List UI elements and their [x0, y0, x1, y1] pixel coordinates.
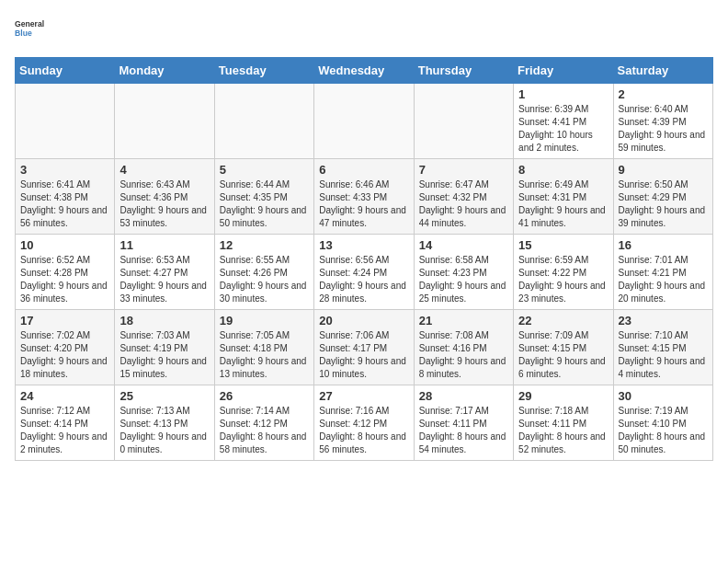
calendar-day-cell: 14Sunrise: 6:58 AM Sunset: 4:23 PM Dayli… [414, 235, 513, 310]
weekday-header: Monday [115, 58, 214, 84]
calendar-day-cell: 21Sunrise: 7:08 AM Sunset: 4:16 PM Dayli… [414, 310, 513, 385]
calendar-week-row: 1Sunrise: 6:39 AM Sunset: 4:41 PM Daylig… [16, 84, 713, 159]
day-info: Sunrise: 6:44 AM Sunset: 4:35 PM Dayligh… [220, 178, 309, 230]
day-number: 17 [20, 314, 109, 327]
day-number: 4 [119, 163, 209, 177]
day-info: Sunrise: 6:49 AM Sunset: 4:31 PM Dayligh… [518, 178, 608, 230]
calendar-day-cell: 25Sunrise: 7:13 AM Sunset: 4:13 PM Dayli… [115, 385, 214, 461]
day-number: 28 [419, 389, 508, 403]
weekday-header: Tuesday [214, 58, 313, 84]
calendar-day-cell: 27Sunrise: 7:16 AM Sunset: 4:12 PM Dayli… [314, 385, 414, 461]
day-info: Sunrise: 7:10 AM Sunset: 4:15 PM Dayligh… [619, 329, 708, 381]
day-info: Sunrise: 7:03 AM Sunset: 4:19 PM Dayligh… [119, 329, 209, 381]
day-info: Sunrise: 7:14 AM Sunset: 4:12 PM Dayligh… [220, 405, 309, 456]
calendar-day-cell: 28Sunrise: 7:17 AM Sunset: 4:11 PM Dayli… [414, 385, 513, 461]
day-info: Sunrise: 6:50 AM Sunset: 4:29 PM Dayligh… [619, 178, 708, 230]
calendar-day-cell: 19Sunrise: 7:05 AM Sunset: 4:18 PM Dayli… [214, 310, 313, 385]
calendar-day-cell: 17Sunrise: 7:02 AM Sunset: 4:20 PM Dayli… [16, 310, 115, 385]
day-number: 23 [619, 314, 708, 327]
calendar-day-cell: 29Sunrise: 7:18 AM Sunset: 4:11 PM Dayli… [514, 385, 613, 461]
day-number: 24 [20, 389, 109, 403]
calendar-week-row: 10Sunrise: 6:52 AM Sunset: 4:28 PM Dayli… [16, 235, 713, 310]
day-number: 5 [220, 163, 309, 177]
calendar-day-cell: 7Sunrise: 6:47 AM Sunset: 4:32 PM Daylig… [414, 159, 513, 235]
day-info: Sunrise: 7:12 AM Sunset: 4:14 PM Dayligh… [20, 405, 109, 456]
day-info: Sunrise: 6:58 AM Sunset: 4:23 PM Dayligh… [419, 254, 508, 305]
day-number: 1 [518, 87, 608, 101]
calendar-day-cell: 6Sunrise: 6:46 AM Sunset: 4:33 PM Daylig… [314, 159, 414, 235]
weekday-header-row: SundayMondayTuesdayWednesdayThursdayFrid… [16, 58, 713, 84]
day-info: Sunrise: 6:52 AM Sunset: 4:28 PM Dayligh… [20, 254, 109, 305]
calendar-day-cell [16, 84, 115, 159]
calendar-day-cell: 16Sunrise: 7:01 AM Sunset: 4:21 PM Dayli… [613, 235, 712, 310]
weekday-header: Sunday [16, 58, 115, 84]
day-info: Sunrise: 7:09 AM Sunset: 4:15 PM Dayligh… [518, 329, 608, 381]
calendar-day-cell: 9Sunrise: 6:50 AM Sunset: 4:29 PM Daylig… [613, 159, 712, 235]
calendar-day-cell: 10Sunrise: 6:52 AM Sunset: 4:28 PM Dayli… [16, 235, 115, 310]
day-info: Sunrise: 7:05 AM Sunset: 4:18 PM Dayligh… [220, 329, 309, 381]
day-info: Sunrise: 6:40 AM Sunset: 4:39 PM Dayligh… [619, 103, 708, 155]
day-number: 18 [119, 314, 209, 327]
day-info: Sunrise: 6:41 AM Sunset: 4:38 PM Dayligh… [20, 178, 109, 230]
day-info: Sunrise: 7:02 AM Sunset: 4:20 PM Dayligh… [20, 329, 109, 381]
day-number: 2 [619, 87, 708, 101]
day-info: Sunrise: 6:39 AM Sunset: 4:41 PM Dayligh… [518, 103, 608, 155]
calendar-day-cell: 11Sunrise: 6:53 AM Sunset: 4:27 PM Dayli… [115, 235, 214, 310]
day-number: 21 [419, 314, 508, 327]
day-number: 12 [220, 238, 309, 252]
day-number: 6 [319, 163, 408, 177]
day-number: 19 [220, 314, 309, 327]
calendar-day-cell: 5Sunrise: 6:44 AM Sunset: 4:35 PM Daylig… [214, 159, 313, 235]
day-number: 14 [419, 238, 508, 252]
calendar-table: SundayMondayTuesdayWednesdayThursdayFrid… [15, 57, 713, 461]
calendar-week-row: 17Sunrise: 7:02 AM Sunset: 4:20 PM Dayli… [16, 310, 713, 385]
calendar-day-cell [414, 84, 513, 159]
day-info: Sunrise: 6:46 AM Sunset: 4:33 PM Dayligh… [319, 178, 408, 230]
header: GeneralBlue [15, 15, 713, 48]
day-number: 29 [518, 389, 608, 403]
calendar-week-row: 24Sunrise: 7:12 AM Sunset: 4:14 PM Dayli… [16, 385, 713, 461]
day-info: Sunrise: 6:56 AM Sunset: 4:24 PM Dayligh… [319, 254, 408, 305]
calendar-day-cell: 8Sunrise: 6:49 AM Sunset: 4:31 PM Daylig… [514, 159, 613, 235]
day-number: 30 [619, 389, 708, 403]
day-number: 13 [319, 238, 408, 252]
calendar-day-cell: 23Sunrise: 7:10 AM Sunset: 4:15 PM Dayli… [613, 310, 712, 385]
day-number: 7 [419, 163, 508, 177]
day-info: Sunrise: 7:13 AM Sunset: 4:13 PM Dayligh… [119, 405, 209, 456]
calendar-day-cell: 15Sunrise: 6:59 AM Sunset: 4:22 PM Dayli… [514, 235, 613, 310]
calendar-day-cell: 3Sunrise: 6:41 AM Sunset: 4:38 PM Daylig… [16, 159, 115, 235]
day-number: 25 [119, 389, 209, 403]
calendar-day-cell: 20Sunrise: 7:06 AM Sunset: 4:17 PM Dayli… [314, 310, 414, 385]
svg-text:General: General [15, 19, 44, 29]
calendar-day-cell: 1Sunrise: 6:39 AM Sunset: 4:41 PM Daylig… [514, 84, 613, 159]
day-number: 20 [319, 314, 408, 327]
weekday-header: Wednesday [314, 58, 414, 84]
calendar-day-cell [314, 84, 414, 159]
calendar-day-cell: 12Sunrise: 6:55 AM Sunset: 4:26 PM Dayli… [214, 235, 313, 310]
day-number: 15 [518, 238, 608, 252]
calendar-day-cell [115, 84, 214, 159]
calendar-day-cell: 4Sunrise: 6:43 AM Sunset: 4:36 PM Daylig… [115, 159, 214, 235]
day-info: Sunrise: 7:01 AM Sunset: 4:21 PM Dayligh… [619, 254, 708, 305]
day-info: Sunrise: 6:55 AM Sunset: 4:26 PM Dayligh… [220, 254, 309, 305]
day-info: Sunrise: 6:43 AM Sunset: 4:36 PM Dayligh… [119, 178, 209, 230]
day-number: 3 [20, 163, 109, 177]
calendar-day-cell: 13Sunrise: 6:56 AM Sunset: 4:24 PM Dayli… [314, 235, 414, 310]
day-number: 27 [319, 389, 408, 403]
calendar-day-cell: 26Sunrise: 7:14 AM Sunset: 4:12 PM Dayli… [214, 385, 313, 461]
day-info: Sunrise: 6:47 AM Sunset: 4:32 PM Dayligh… [419, 178, 508, 230]
day-info: Sunrise: 7:17 AM Sunset: 4:11 PM Dayligh… [419, 405, 508, 456]
weekday-header: Friday [514, 58, 613, 84]
svg-text:Blue: Blue [15, 29, 32, 38]
day-info: Sunrise: 6:53 AM Sunset: 4:27 PM Dayligh… [119, 254, 209, 305]
day-info: Sunrise: 7:08 AM Sunset: 4:16 PM Dayligh… [419, 329, 508, 381]
calendar-day-cell: 30Sunrise: 7:19 AM Sunset: 4:10 PM Dayli… [613, 385, 712, 461]
logo-icon: GeneralBlue [15, 15, 48, 48]
calendar-day-cell: 2Sunrise: 6:40 AM Sunset: 4:39 PM Daylig… [613, 84, 712, 159]
day-number: 16 [619, 238, 708, 252]
day-number: 9 [619, 163, 708, 177]
calendar-day-cell: 18Sunrise: 7:03 AM Sunset: 4:19 PM Dayli… [115, 310, 214, 385]
day-number: 26 [220, 389, 309, 403]
logo: GeneralBlue [15, 15, 48, 48]
calendar-day-cell: 24Sunrise: 7:12 AM Sunset: 4:14 PM Dayli… [16, 385, 115, 461]
